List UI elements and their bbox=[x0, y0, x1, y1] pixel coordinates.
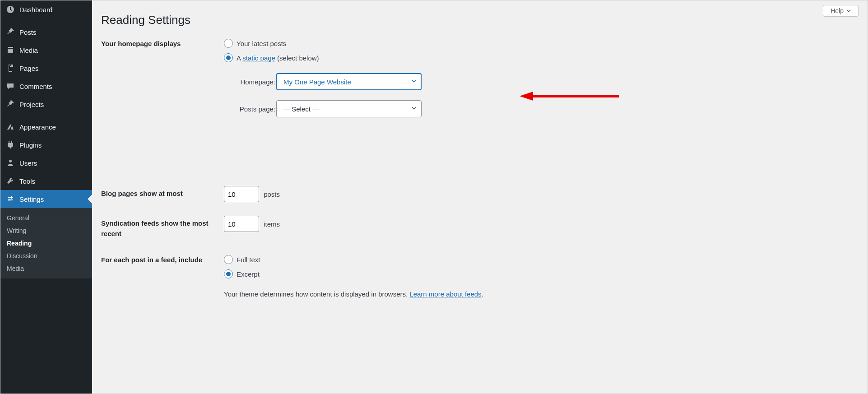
pages-icon bbox=[6, 64, 15, 73]
sidebar-item-label: Users bbox=[19, 159, 37, 167]
sidebar-item-tools[interactable]: Tools bbox=[0, 172, 92, 190]
blog-pages-label: Blog pages show at most bbox=[101, 186, 224, 202]
sidebar-item-label: Posts bbox=[19, 28, 37, 36]
sidebar-item-label: Media bbox=[19, 46, 38, 54]
radio-latest-posts-label: Your latest posts bbox=[237, 40, 286, 47]
sidebar-item-comments[interactable]: Comments bbox=[0, 77, 92, 95]
submenu-item-general[interactable]: General bbox=[0, 212, 92, 224]
radio-excerpt-label: Excerpt bbox=[237, 270, 260, 278]
admin-sidebar: Dashboard Posts Media Pages Comments Pro… bbox=[0, 0, 92, 394]
submenu-item-writing[interactable]: Writing bbox=[0, 224, 92, 237]
static-page-link[interactable]: static page bbox=[242, 54, 275, 62]
syndication-input[interactable] bbox=[224, 216, 259, 232]
homepage-select-value: My One Page Website bbox=[283, 78, 351, 86]
page-title: Reading Settings bbox=[101, 0, 859, 36]
sidebar-item-settings[interactable]: Settings bbox=[0, 190, 92, 208]
syndication-label: Syndication feeds show the most recent bbox=[101, 216, 224, 239]
settings-submenu: General Writing Reading Discussion Media bbox=[0, 208, 92, 278]
posts-page-select-label: Posts page: bbox=[232, 105, 275, 113]
sidebar-item-label: Tools bbox=[19, 177, 35, 185]
comments-icon bbox=[6, 82, 15, 91]
sidebar-item-plugins[interactable]: Plugins bbox=[0, 136, 92, 154]
sidebar-item-label: Appearance bbox=[19, 123, 56, 131]
help-tab[interactable]: Help bbox=[823, 5, 859, 17]
feed-include-label: For each post in a feed, include bbox=[101, 252, 224, 298]
syndication-suffix: items bbox=[264, 220, 280, 228]
sidebar-item-media[interactable]: Media bbox=[0, 41, 92, 59]
homepage-select-label: Homepage: bbox=[232, 78, 275, 86]
blog-pages-suffix: posts bbox=[264, 190, 280, 198]
posts-page-select[interactable]: — Select — bbox=[276, 100, 422, 117]
dashboard-icon bbox=[6, 5, 15, 14]
radio-full-text-label: Full text bbox=[237, 256, 260, 264]
pushpin-icon bbox=[6, 100, 15, 109]
radio-static-page-input[interactable] bbox=[224, 53, 233, 62]
sidebar-item-label: Comments bbox=[19, 83, 52, 90]
help-label: Help bbox=[831, 7, 844, 14]
sidebar-item-label: Plugins bbox=[19, 141, 42, 149]
media-icon bbox=[6, 46, 15, 55]
sidebar-item-posts[interactable]: Posts bbox=[0, 23, 92, 41]
submenu-item-discussion[interactable]: Discussion bbox=[0, 250, 92, 262]
submenu-item-media[interactable]: Media bbox=[0, 262, 92, 275]
radio-excerpt[interactable]: Excerpt bbox=[224, 267, 859, 281]
radio-latest-posts[interactable]: Your latest posts bbox=[224, 36, 859, 51]
settings-icon bbox=[6, 195, 15, 204]
sidebar-item-appearance[interactable]: Appearance bbox=[0, 118, 92, 136]
tools-icon bbox=[6, 176, 15, 185]
radio-static-page[interactable]: A static page (select below) bbox=[224, 51, 859, 65]
submenu-item-reading[interactable]: Reading bbox=[0, 237, 92, 250]
sidebar-item-users[interactable]: Users bbox=[0, 154, 92, 172]
posts-page-select-value: — Select — bbox=[283, 105, 319, 113]
blog-pages-input[interactable] bbox=[224, 186, 259, 202]
sidebar-item-label: Dashboard bbox=[19, 6, 52, 14]
homepage-select[interactable]: My One Page Website bbox=[276, 73, 422, 90]
feed-note-link[interactable]: Learn more about feeds bbox=[409, 290, 481, 298]
radio-excerpt-input[interactable] bbox=[224, 269, 233, 278]
homepage-displays-label: Your homepage displays bbox=[101, 36, 224, 127]
sidebar-item-pages[interactable]: Pages bbox=[0, 59, 92, 77]
radio-static-prefix: A bbox=[237, 54, 242, 62]
sidebar-item-projects[interactable]: Projects bbox=[0, 95, 92, 113]
sidebar-item-label: Projects bbox=[19, 101, 44, 108]
feed-note-prefix: Your theme determines how content is dis… bbox=[224, 290, 409, 298]
caret-down-icon bbox=[846, 7, 851, 14]
radio-full-text-input[interactable] bbox=[224, 255, 233, 264]
radio-static-suffix: (select below) bbox=[275, 54, 319, 62]
appearance-icon bbox=[6, 122, 15, 131]
radio-full-text[interactable]: Full text bbox=[224, 252, 859, 267]
feed-note-suffix: . bbox=[482, 290, 483, 298]
plugins-icon bbox=[6, 140, 15, 149]
feed-note: Your theme determines how content is dis… bbox=[224, 290, 859, 298]
main-content: Help Reading Settings Your homepage disp… bbox=[92, 0, 868, 394]
sidebar-item-label: Pages bbox=[19, 65, 39, 72]
pushpin-icon bbox=[6, 28, 15, 37]
radio-latest-posts-input[interactable] bbox=[224, 39, 233, 48]
sidebar-item-label: Settings bbox=[19, 195, 44, 203]
users-icon bbox=[6, 158, 15, 167]
sidebar-item-dashboard[interactable]: Dashboard bbox=[0, 0, 92, 19]
